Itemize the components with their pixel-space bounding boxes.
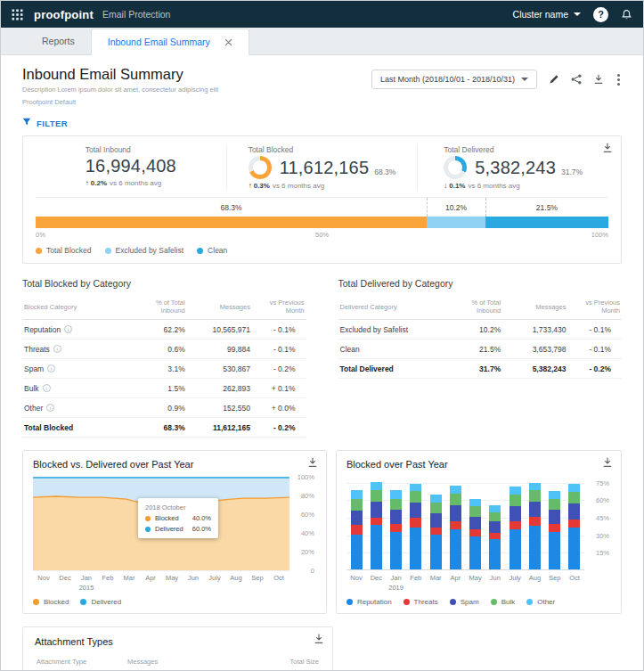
x-axis-label: Aug [225, 574, 247, 592]
category-tables: Total Blocked by Category Blocked Catego… [22, 278, 622, 438]
stat-box: Total Inbound16,994,408↑0.2%vs 6 months … [86, 145, 176, 190]
tooltip-label: Blocked [155, 514, 179, 522]
category-cell: Total Delivered [338, 359, 446, 379]
axis-tick-label: 100% [591, 231, 608, 239]
bar-segment-other [549, 491, 560, 499]
legend-item[interactable]: Delivered [80, 598, 121, 606]
area-plot[interactable]: 2018 October Blocked40.0%Delivered60.0% [33, 477, 289, 570]
y-axis-label: 20% [301, 548, 314, 556]
bar-segment-other [371, 482, 382, 490]
vs-previous-cell: - 0.1% [567, 340, 622, 359]
bar-may[interactable] [469, 499, 481, 569]
x-axis-label: Apr [445, 574, 465, 592]
caret-down-icon [521, 78, 528, 81]
bell-icon[interactable] [621, 9, 632, 20]
y-axis-label: 100% [298, 473, 314, 481]
legend-item[interactable]: Threats [404, 598, 438, 606]
table-row: Clean21.5%3,653,798- 0.1% [338, 340, 623, 359]
bar-segment-bulk [410, 491, 421, 503]
donut-chart [444, 156, 467, 179]
bar-segment-reputation [529, 526, 541, 569]
charts-section: Blocked vs. Delivered over Past Year 201… [22, 450, 622, 614]
bar-apr[interactable] [450, 486, 461, 569]
y-axis-label: 75% [596, 479, 609, 487]
inbound-composition-bar: 68.3%10.2%21.5% 0%50%100% Total BlockedE… [36, 197, 608, 255]
summary-stat: Total Inbound16,994,408↑0.2%vs 6 months … [36, 145, 226, 190]
axis-tick-label: 50% [315, 231, 329, 239]
legend-dot [404, 599, 410, 605]
bar-mar[interactable] [430, 495, 442, 569]
composition-legend: Total BlockedExcluded by SafelistClean [36, 246, 608, 255]
category-name: Other [24, 404, 43, 413]
table-header: Blocked Category% of Total InboundMessag… [22, 296, 306, 320]
bar-segment-other [568, 484, 580, 492]
x-axis-label: Feb [97, 574, 118, 592]
column-header [172, 654, 267, 671]
legend-dot [526, 599, 533, 605]
bar-plot[interactable] [346, 477, 584, 570]
download-icon[interactable] [307, 457, 318, 468]
x-axis-month-label: Nov [346, 574, 366, 582]
bar-segment-spam [410, 503, 421, 518]
download-icon[interactable] [602, 457, 613, 468]
info-icon[interactable]: i [46, 404, 54, 412]
download-icon[interactable] [593, 74, 604, 85]
edit-icon[interactable] [549, 74, 559, 85]
kebab-menu-icon[interactable] [615, 72, 622, 87]
attachments-table: Attachment TypeMessagesTotal Sizetxt107,… [35, 654, 321, 671]
legend-item[interactable]: Blocked [33, 598, 69, 606]
info-icon[interactable]: i [53, 345, 61, 353]
percent-cell: 62.2% [130, 320, 187, 340]
summary-stats: Total Inbound16,994,408↑0.2%vs 6 months … [36, 143, 608, 197]
share-icon[interactable] [571, 74, 582, 85]
help-icon[interactable]: ? [593, 7, 608, 22]
percent-cell: 21.5% [446, 340, 503, 359]
trend-down-arrow: ↓ [444, 182, 447, 190]
stat-box: Total Blocked11,612,16568.3%↑0.3%vs 6 mo… [249, 145, 396, 190]
filter-toggle[interactable]: FILTER [22, 118, 622, 128]
bar-jan[interactable] [390, 490, 402, 569]
x-axis-label: May [466, 574, 485, 592]
legend-label: Delivered [91, 598, 121, 606]
apps-grid-icon[interactable] [12, 9, 23, 20]
page-header: Inbound Email Summary Description Lorem … [22, 66, 622, 107]
messages-cell: 530,867 [187, 359, 252, 379]
bar-dec[interactable] [371, 482, 382, 569]
bar-oct[interactable] [568, 484, 580, 569]
info-icon[interactable]: i [47, 364, 55, 372]
table-total-row: Total Blocked68.3%11,612,165- 0.2% [22, 418, 306, 438]
tab-inbound-email-summary[interactable]: Inbound Email Summary [91, 29, 249, 55]
legend-item[interactable]: Reputation [346, 598, 392, 606]
legend-item[interactable]: Spam [450, 598, 479, 606]
download-icon[interactable] [602, 143, 613, 153]
category-cell: Otheri [22, 398, 130, 418]
x-axis-month-label: Mar [426, 574, 445, 582]
date-range-dropdown[interactable]: Last Month (2018/10/01 - 2018/10/31) [371, 70, 537, 89]
legend-item[interactable]: Bulk [491, 598, 516, 606]
info-icon[interactable]: i [64, 325, 72, 333]
vs-previous-cell: - 0.2% [567, 359, 622, 379]
bar-aug[interactable] [529, 483, 541, 569]
legend-item[interactable]: Other [526, 598, 555, 606]
x-axis-month-label: Sep [545, 574, 565, 582]
x-axis-label: July [505, 574, 525, 592]
bar-nov[interactable] [351, 490, 363, 569]
legend-item: Total Blocked [36, 246, 92, 255]
download-icon[interactable] [314, 634, 324, 644]
category-name: Spam [24, 364, 44, 373]
help-glyph: ? [598, 9, 604, 20]
page-description: Description Lorem ipsum dolor sit amet, … [22, 86, 218, 95]
bar-jun[interactable] [489, 505, 501, 569]
date-range-label: Last Month (2018/10/01 - 2018/10/31) [380, 75, 515, 84]
bar-sep[interactable] [549, 491, 560, 569]
bar-july[interactable] [509, 487, 521, 569]
x-axis-month-label: Feb [97, 574, 118, 582]
bar-segment-bulk [390, 499, 402, 510]
bar-segment-threats [489, 533, 501, 539]
cluster-dropdown[interactable]: Cluster name [513, 9, 581, 20]
tab-reports[interactable]: Reports [26, 28, 91, 54]
close-icon[interactable] [224, 38, 232, 46]
bar-feb[interactable] [410, 484, 421, 569]
column-header: Attachment Type [35, 654, 126, 671]
info-icon[interactable]: i [43, 384, 51, 392]
